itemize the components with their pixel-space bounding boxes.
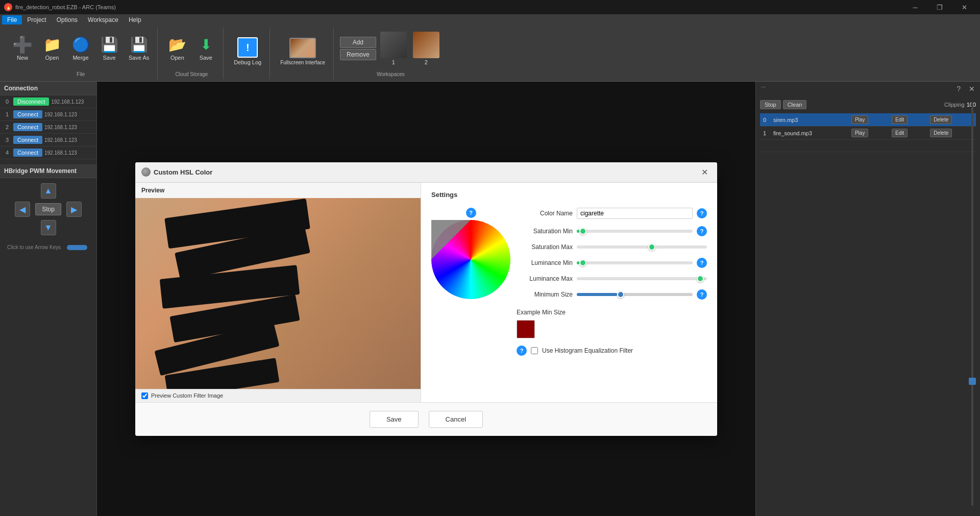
saveas-label: Save As: [129, 55, 149, 61]
menu-workspace[interactable]: Workspace: [83, 15, 124, 24]
workspaces-label: Workspaces: [377, 69, 405, 79]
connection-row-1: 1 Connect 192.168.1.123: [0, 108, 96, 121]
right-panel-help-button[interactable]: ?: [953, 84, 964, 94]
add-workspace-button[interactable]: Add: [340, 37, 376, 48]
arrow-down-button[interactable]: ▼: [41, 220, 56, 235]
color-wheel-help-button[interactable]: ?: [466, 208, 476, 218]
merge-button[interactable]: 🔵 Merge: [67, 34, 94, 63]
saveas-button[interactable]: 💾 Save As: [125, 34, 153, 63]
luminance-min-track[interactable]: [577, 261, 693, 264]
arrow-keys-slider[interactable]: [67, 245, 87, 250]
saturation-min-track[interactable]: [577, 230, 693, 233]
sound-clean-button[interactable]: Clean: [783, 100, 807, 109]
toolbar-cloud-group: 📂 Open ⬇ Save Cloud Storage: [160, 28, 224, 79]
close-button[interactable]: ✕: [952, 0, 976, 14]
right-panel-close-button[interactable]: ✕: [966, 84, 978, 94]
arrow-up-button[interactable]: ▲: [41, 183, 56, 199]
histogram-checkbox[interactable]: [531, 347, 538, 354]
minimum-size-fill: [577, 293, 617, 296]
toolbar-debug-group: ! Debug Log: [226, 28, 270, 79]
color-name-help-button[interactable]: ?: [697, 208, 707, 218]
histogram-help-button[interactable]: ?: [517, 346, 527, 356]
toolbar-debug-items: ! Debug Log: [230, 28, 265, 75]
luminance-max-thumb[interactable]: [697, 275, 704, 282]
sound-play-0[interactable]: Play: [851, 115, 868, 124]
sound-edit-1[interactable]: Edit: [892, 129, 908, 137]
sound-stop-button[interactable]: Stop: [760, 100, 781, 109]
main-area: Connection 0 Disconnect 192.168.1.123 1 …: [0, 82, 980, 516]
luminance-min-thumb[interactable]: [579, 259, 586, 266]
toolbar-file-group: ➕ New 📁 Open 🔵 Merge 💾 Save 💾 Save As Fi…: [4, 28, 158, 79]
arrow-right-button[interactable]: ▶: [66, 202, 82, 217]
saturation-max-track[interactable]: [577, 245, 707, 249]
workspace-2-button[interactable]: 2: [411, 30, 442, 67]
menu-file[interactable]: File: [2, 15, 22, 24]
color-name-input[interactable]: [577, 208, 693, 219]
title-bar: 🔥 fire_detection_robot.EZB - ARC (Teams)…: [0, 0, 980, 14]
hbridge-controls: ▲ ◀ Stop ▶ ▼: [0, 178, 96, 240]
modal-save-button[interactable]: Save: [370, 411, 419, 428]
cloud-save-button[interactable]: ⬇ Save: [192, 34, 219, 63]
conn-ip-4: 192.168.1.123: [44, 150, 77, 156]
save-icon: 💾: [101, 36, 118, 53]
conn-num-1: 1: [3, 111, 11, 117]
cloud-open-icon: 📂: [168, 36, 186, 53]
minimum-size-help-button[interactable]: ?: [697, 289, 707, 300]
menu-project[interactable]: Project: [22, 15, 51, 24]
workspace-1-button[interactable]: 1: [378, 30, 409, 67]
modal-footer: Save Cancel: [135, 402, 717, 436]
arrow-left-button[interactable]: ◀: [15, 202, 30, 217]
menu-help[interactable]: Help: [124, 15, 146, 24]
new-button[interactable]: ➕ New: [8, 35, 37, 63]
connect-button-2[interactable]: Connect: [13, 123, 42, 131]
minimum-size-track[interactable]: [577, 293, 693, 296]
saturation-max-thumb[interactable]: [648, 243, 655, 251]
disconnect-button-0[interactable]: Disconnect: [13, 97, 49, 106]
add-remove-group: Add Remove: [340, 37, 376, 60]
conn-num-0: 0: [3, 99, 11, 105]
color-name-label: Color Name: [517, 210, 573, 217]
remove-workspace-button[interactable]: Remove: [340, 49, 376, 60]
toolbar-cloud-items: 📂 Open ⬇ Save: [164, 28, 219, 69]
arrow-keys-hint: Click to use Arrow Keys: [4, 242, 64, 252]
sound-delete-1[interactable]: Delete: [930, 129, 952, 137]
sound-edit-0[interactable]: Edit: [892, 115, 908, 124]
modal-body: Preview: [135, 183, 717, 402]
stop-button[interactable]: Stop: [35, 203, 61, 215]
modal-settings-panel: Settings ?: [421, 183, 717, 402]
conn-num-4: 4: [3, 150, 11, 156]
modal-cancel-button[interactable]: Cancel: [429, 411, 483, 428]
sound-row-1[interactable]: 1 fire_sound.mp3 Play Edit Delete: [760, 127, 976, 140]
connect-button-3[interactable]: Connect: [13, 136, 42, 144]
sound-play-1[interactable]: Play: [851, 129, 868, 137]
saturation-min-help-button[interactable]: ?: [697, 226, 707, 236]
connect-button-1[interactable]: Connect: [13, 110, 42, 118]
histogram-label: Use Histogram Equalization Filter: [542, 347, 633, 354]
debug-log-button[interactable]: ! Debug Log: [230, 35, 265, 67]
save-button[interactable]: 💾 Save: [96, 34, 122, 63]
sound-row-0[interactable]: 0 siren.mp3 Play Edit Delete: [760, 113, 976, 127]
fullscreen-button[interactable]: Fullscreen Interface: [276, 36, 329, 67]
modal-close-button[interactable]: ✕: [698, 166, 711, 178]
volume-track[interactable]: [971, 102, 973, 506]
sound-delete-0[interactable]: Delete: [930, 115, 952, 124]
saveas-icon: 💾: [130, 36, 148, 53]
cloud-open-button[interactable]: 📂 Open: [164, 34, 190, 63]
open-button[interactable]: 📁 Open: [39, 34, 65, 63]
luminance-max-row: Luminance Max: [517, 275, 707, 282]
connect-button-4[interactable]: Connect: [13, 149, 42, 157]
luminance-max-track[interactable]: [577, 277, 707, 280]
saturation-min-thumb[interactable]: [579, 228, 586, 235]
sound-file-0: siren.mp3: [770, 113, 848, 127]
volume-thumb[interactable]: [969, 378, 976, 385]
luminance-min-help-button[interactable]: ?: [697, 258, 707, 268]
minimize-button[interactable]: ─: [903, 0, 927, 14]
minimum-size-row: Minimum Size ?: [517, 289, 707, 300]
maximize-button[interactable]: ❐: [928, 0, 951, 14]
menu-bar: File Project Options Workspace Help: [0, 14, 980, 26]
menu-options[interactable]: Options: [52, 15, 83, 24]
minimum-size-thumb[interactable]: [617, 291, 624, 298]
preview-checkbox[interactable]: [141, 392, 148, 399]
conn-num-3: 3: [3, 137, 11, 143]
saturation-max-label: Saturation Max: [517, 243, 573, 251]
